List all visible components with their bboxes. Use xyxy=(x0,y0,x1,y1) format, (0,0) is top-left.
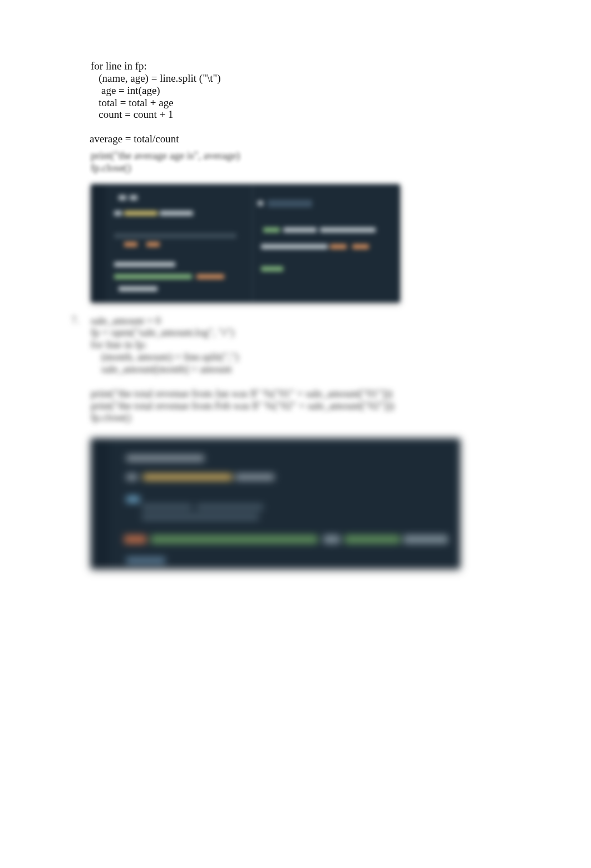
code-token xyxy=(151,535,318,544)
code-token xyxy=(235,474,274,480)
code-line: fp.close() xyxy=(91,411,131,423)
code-line: total = total + age xyxy=(91,97,174,108)
code-line: fp.close() xyxy=(91,162,131,173)
editor-gutter xyxy=(91,184,105,302)
output-token xyxy=(261,244,328,249)
code-line: for line in fp: xyxy=(91,339,147,350)
code-token xyxy=(124,211,157,216)
code-token xyxy=(323,535,340,544)
output-token xyxy=(352,244,369,249)
code-line: age = int(age) xyxy=(91,85,160,96)
code-line: for line in fp: xyxy=(91,60,147,72)
code-token xyxy=(196,274,224,279)
code-token xyxy=(126,455,204,462)
code-token xyxy=(403,535,448,544)
code-line: (name, age) = line.split ("\t") xyxy=(91,72,221,84)
code-line: print("the total revenue from Jan was $"… xyxy=(91,388,392,399)
code-token xyxy=(119,195,126,200)
code-block-2-blurred: sale_amount = 0 fp = open("sale_amount.l… xyxy=(91,315,513,424)
code-line: (month, amount) = line.split(",") xyxy=(91,351,239,363)
code-token xyxy=(124,535,146,544)
output-selection xyxy=(268,200,312,207)
code-token xyxy=(114,233,237,239)
editor-gutter xyxy=(91,438,110,569)
code-screenshot-2 xyxy=(91,438,460,569)
code-token xyxy=(114,211,122,216)
code-token xyxy=(119,286,157,291)
code-block-1-blurred-tail: print("the average age is", average) fp.… xyxy=(91,150,513,174)
code-token xyxy=(196,504,263,510)
output-token xyxy=(320,227,376,232)
code-screenshot-1 xyxy=(91,184,400,302)
code-token xyxy=(126,557,165,564)
code-token xyxy=(160,211,193,216)
output-token xyxy=(263,227,280,232)
code-line: print("the total revenue from Feb was $"… xyxy=(91,400,394,411)
code-line: fp = open("sale_amount.log", "r") xyxy=(91,326,234,338)
code-token xyxy=(126,474,137,480)
code-line: print("the average age is", average) xyxy=(91,150,240,161)
pane-divider xyxy=(252,184,253,302)
code-line: average = total/count xyxy=(90,133,179,145)
output-token xyxy=(330,244,347,249)
code-line: sale_amount[month] = amount xyxy=(91,363,232,375)
output-token xyxy=(258,201,263,206)
code-token xyxy=(142,504,192,510)
code-token xyxy=(126,496,140,503)
output-token xyxy=(261,266,283,271)
list-number: 7. xyxy=(71,314,79,326)
code-line: count = count + 1 xyxy=(91,108,174,120)
code-token xyxy=(124,242,137,247)
document-page: for line in fp: (name, age) = line.split… xyxy=(0,0,591,868)
code-token xyxy=(130,195,137,200)
code-token xyxy=(146,242,160,247)
code-token xyxy=(142,514,259,520)
code-token xyxy=(344,535,400,544)
code-token xyxy=(114,262,175,267)
code-line: sale_amount = 0 xyxy=(91,315,161,326)
output-token xyxy=(283,227,317,232)
code-token xyxy=(143,474,232,480)
code-token xyxy=(114,274,192,279)
code-block-1: for line in fp: (name, age) = line.split… xyxy=(91,60,513,145)
